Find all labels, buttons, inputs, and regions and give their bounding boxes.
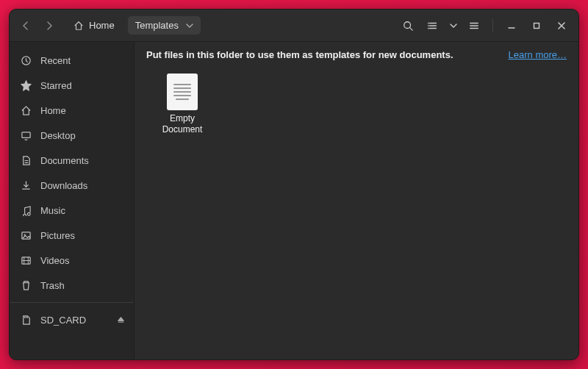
star-icon	[20, 79, 32, 91]
sidebar-item-label: Music	[40, 205, 65, 216]
sidebar-item-label: Home	[40, 105, 66, 116]
main-pane: Put files in this folder to use them as …	[135, 42, 578, 359]
svg-point-2	[428, 25, 429, 26]
forward-button[interactable]	[39, 15, 60, 36]
download-icon	[20, 179, 32, 191]
sidebar-item-label: Trash	[40, 280, 65, 291]
sidebar-item-documents[interactable]: Documents	[10, 148, 134, 173]
music-icon	[20, 204, 32, 216]
sidebar-item-label: SD_CARD	[40, 315, 86, 326]
sidebar-item-recent[interactable]: Recent	[10, 48, 134, 73]
home-icon	[73, 20, 85, 32]
titlebar: Home Templates	[10, 10, 578, 42]
search-button[interactable]	[397, 15, 419, 36]
sidebar-item-label: Downloads	[40, 180, 87, 191]
breadcrumb-home-label: Home	[89, 20, 115, 31]
document-file-icon	[167, 74, 198, 110]
sidebar-item-label: Starred	[40, 80, 72, 91]
back-button[interactable]	[15, 15, 36, 36]
sidebar-item-desktop[interactable]: Desktop	[10, 123, 134, 148]
file-manager-window: Home Templates	[9, 9, 579, 360]
svg-rect-4	[534, 23, 539, 28]
video-icon	[20, 254, 32, 266]
templates-info-bar: Put files in this folder to use them as …	[135, 42, 578, 65]
separator	[492, 19, 493, 32]
sidebar-item-starred[interactable]: Starred	[10, 73, 134, 98]
sd-icon	[20, 314, 32, 326]
sidebar-item-label: Recent	[40, 55, 71, 66]
sidebar-item-videos[interactable]: Videos	[10, 248, 134, 273]
svg-rect-6	[21, 132, 29, 137]
doc-icon	[20, 154, 32, 166]
sidebar: Recent Starred Home Desktop Documents Do	[10, 42, 135, 359]
view-list-button[interactable]	[422, 15, 444, 36]
breadcrumb-current-label: Templates	[135, 20, 179, 31]
file-item[interactable]: Empty Document	[149, 71, 215, 138]
breadcrumb-home[interactable]: Home	[65, 16, 122, 35]
svg-point-3	[428, 27, 429, 29]
clock-icon	[20, 54, 32, 66]
view-dropdown-button[interactable]	[447, 15, 460, 36]
sidebar-item-label: Desktop	[40, 130, 76, 141]
sidebar-item-label: Pictures	[40, 230, 75, 241]
learn-more-link[interactable]: Learn more…	[509, 49, 567, 60]
sidebar-item-label: Videos	[40, 255, 70, 266]
eject-icon[interactable]	[117, 316, 125, 324]
hamburger-menu-button[interactable]	[463, 15, 485, 36]
sidebar-separator	[10, 302, 134, 303]
image-icon	[20, 229, 32, 241]
window-body: Recent Starred Home Desktop Documents Do	[10, 42, 578, 359]
sidebar-item-pictures[interactable]: Pictures	[10, 223, 134, 248]
sidebar-item-music[interactable]: Music	[10, 198, 134, 223]
minimize-button[interactable]	[501, 15, 523, 36]
file-grid[interactable]: Empty Document	[135, 65, 578, 359]
svg-point-1	[428, 22, 429, 24]
sidebar-item-sdcard[interactable]: SD_CARD	[10, 307, 134, 332]
info-message: Put files in this folder to use them as …	[146, 49, 500, 60]
sidebar-item-trash[interactable]: Trash	[10, 273, 134, 298]
sidebar-item-downloads[interactable]: Downloads	[10, 173, 134, 198]
maximize-button[interactable]	[526, 15, 548, 36]
sidebar-item-home[interactable]: Home	[10, 98, 134, 123]
chevron-down-icon	[186, 22, 193, 29]
breadcrumb-current[interactable]: Templates	[128, 16, 201, 35]
trash-icon	[20, 279, 32, 291]
close-button[interactable]	[551, 15, 573, 36]
sidebar-item-label: Documents	[40, 155, 89, 166]
home-icon	[20, 104, 32, 116]
file-label: Empty Document	[152, 113, 212, 135]
desktop-icon	[20, 129, 32, 141]
